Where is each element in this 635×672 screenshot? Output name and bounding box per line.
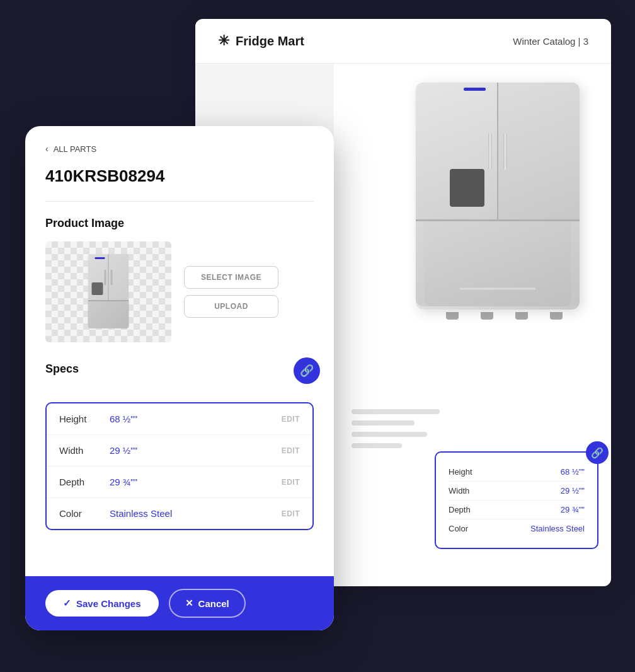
catalog-spec-row: Depth 29 ¾"" (449, 501, 585, 519)
check-icon: ✓ (63, 598, 71, 609)
catalog-header: ✳ Fridge Mart Winter Catalog | 3 (195, 19, 611, 64)
catalog-spec-label: Color (449, 524, 468, 533)
catalog-spec-label: Height (449, 467, 472, 477)
spec-edit-height[interactable]: EDIT (282, 415, 300, 424)
spec-label-width: Width (59, 445, 110, 456)
spec-edit-depth[interactable]: EDIT (282, 478, 300, 487)
save-btn-label: Save Changes (76, 598, 141, 609)
catalog-spec-row: Height 68 ½"" (449, 463, 585, 482)
mini-fridge-bottom (88, 301, 129, 328)
fridge-top (416, 83, 580, 221)
save-changes-button[interactable]: ✓ Save Changes (45, 590, 159, 617)
catalog-right-panel: 🔗 Height 68 ½"" Width 29 ½"" Depth 29 ¾"… (334, 64, 611, 586)
snowflake-icon: ✳ (218, 33, 229, 49)
fridge-foot (550, 312, 563, 320)
link-icon-button[interactable]: 🔗 (294, 357, 320, 384)
catalog-lines (352, 409, 440, 455)
upload-button[interactable]: UPLOAD (184, 295, 278, 318)
brand-name: Fridge Mart (236, 34, 304, 49)
back-arrow-icon: ‹ (45, 144, 49, 154)
catalog-line (352, 409, 440, 414)
spec-value-color: Stainless Steel (110, 508, 282, 519)
catalog-spec-row: Color Stainless Steel (449, 519, 585, 538)
fridge-foot (481, 312, 493, 320)
catalog-link-icon: 🔗 (586, 441, 609, 464)
spec-row-depth: Depth 29 ¾"" EDIT (47, 466, 312, 498)
specs-title: Specs (45, 362, 79, 376)
spec-value-width: 29 ½"" (110, 445, 282, 456)
fridge-foot (446, 312, 459, 320)
specs-table-wrapper: Height 68 ½"" EDIT Width 29 ½"" EDIT Dep… (45, 402, 314, 530)
spec-edit-width[interactable]: EDIT (282, 446, 300, 455)
spec-label-depth: Depth (59, 477, 110, 487)
spec-row-height: Height 68 ½"" EDIT (47, 403, 312, 435)
fridge-handle (460, 287, 535, 291)
mini-door-left (88, 254, 109, 300)
mobile-panel: ‹ ALL PARTS 410KRSB08294 Product Image (25, 126, 334, 630)
back-nav-label: ALL PARTS (54, 144, 96, 154)
mini-fridge (88, 254, 129, 330)
fridge-door-left (416, 83, 498, 219)
spec-label-height: Height (59, 414, 110, 424)
mini-door-right (109, 254, 129, 300)
catalog-line (352, 420, 415, 426)
catalog-specs-box: 🔗 Height 68 ½"" Width 29 ½"" Depth 29 ¾"… (435, 451, 598, 549)
catalog-line (352, 432, 427, 437)
select-image-button[interactable]: SELECT IMAGE (184, 266, 278, 289)
part-id: 410KRSB08294 (45, 166, 314, 186)
spec-label-color: Color (59, 508, 110, 519)
catalog-spec-label: Width (449, 486, 469, 495)
mini-blue-strip (95, 257, 105, 259)
spec-edit-color[interactable]: EDIT (282, 509, 300, 518)
catalog-spec-value: Stainless Steel (530, 524, 585, 533)
product-image-area: SELECT IMAGE UPLOAD (45, 241, 314, 342)
spec-value-height: 68 ½"" (110, 414, 282, 424)
spec-row-width: Width 29 ½"" EDIT (47, 435, 312, 466)
fridge-body (416, 83, 580, 310)
image-preview (45, 241, 171, 342)
catalog-brand: ✳ Fridge Mart (218, 33, 304, 49)
spec-value-depth: 29 ¾"" (110, 477, 282, 487)
panel-content: ‹ ALL PARTS 410KRSB08294 Product Image (25, 126, 334, 576)
back-nav[interactable]: ‹ ALL PARTS (45, 144, 314, 154)
mini-dispenser (92, 282, 103, 295)
fridge-door-right (498, 83, 580, 219)
specs-header: Specs 🔗 (45, 362, 314, 387)
cancel-button[interactable]: ✕ Cancel (169, 589, 246, 618)
catalog-nav: Winter Catalog | 3 (513, 36, 588, 47)
catalog-spec-value: 29 ¾"" (561, 505, 585, 514)
fridge-blue-strip (464, 88, 486, 91)
x-icon: ✕ (185, 598, 193, 609)
fridge-bottom (416, 221, 580, 306)
image-buttons: SELECT IMAGE UPLOAD (184, 241, 278, 342)
catalog-spec-value: 29 ½"" (561, 486, 585, 495)
fridge-bottom-door (424, 221, 571, 306)
divider (45, 201, 314, 202)
mini-fridge-top (88, 254, 129, 301)
catalog-spec-label: Depth (449, 505, 471, 514)
specs-table: Height 68 ½"" EDIT Width 29 ½"" EDIT Dep… (45, 402, 314, 530)
catalog-spec-value: 68 ½"" (561, 467, 585, 477)
catalog-spec-row: Width 29 ½"" (449, 482, 585, 501)
fridge-large-image (416, 83, 592, 322)
spec-row-color: Color Stainless Steel EDIT (47, 498, 312, 529)
catalog-line (352, 443, 402, 448)
fridge-foot (515, 312, 528, 320)
panel-footer: ✓ Save Changes ✕ Cancel (25, 576, 334, 630)
fridge-feet (416, 312, 592, 320)
cancel-btn-label: Cancel (198, 598, 229, 609)
fridge-dispenser (450, 169, 484, 207)
product-image-title: Product Image (45, 217, 314, 230)
